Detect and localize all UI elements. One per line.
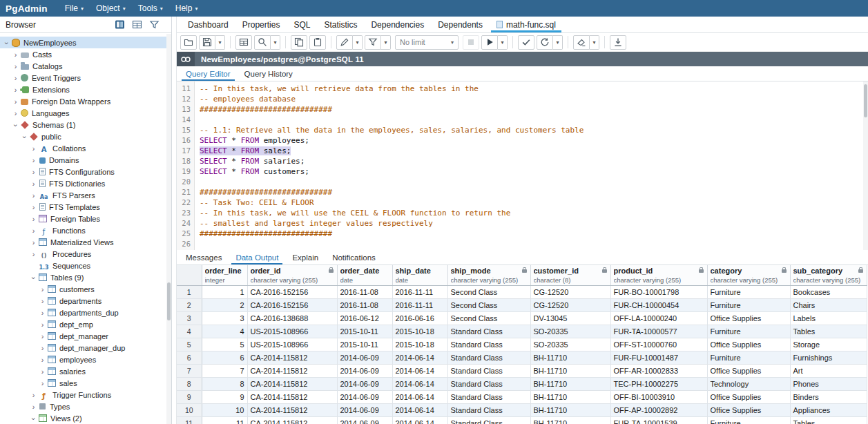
connection-status-icon[interactable] [177,52,195,66]
save-dropdown-button[interactable]: ▾ [215,35,225,50]
filter-dropdown-button[interactable]: ▾ [381,35,391,50]
chevron-right-icon[interactable]: › [30,238,37,247]
tree-item-dept-emp[interactable]: ›dept_emp [0,318,171,330]
row-number-header[interactable] [177,265,202,286]
chevron-right-icon[interactable]: › [30,250,37,258]
cell-ship_date[interactable]: 2014-06-14 [392,365,447,378]
tree-item-views-2[interactable]: ›Views (2) [0,412,171,424]
tree-item-fts-configurations[interactable]: ›FTS Configurations [0,166,171,177]
cell-customer_id[interactable]: BH-11710 [530,351,610,365]
open-file-button[interactable] [180,35,197,50]
chevron-down-icon[interactable]: › [30,415,38,423]
row-number[interactable]: 10 [177,404,202,417]
cell-customer_id[interactable]: BH-11710 [530,391,610,404]
tree-item-dept-manager[interactable]: ›dept_manager [0,330,171,342]
column-header-order_id[interactable]: order_idcharacter varying (255) [247,265,337,286]
tab-sql[interactable]: SQL [287,17,317,32]
tab-messages[interactable]: Messages [179,250,229,264]
cell-order_date[interactable]: 2014-06-09 [337,365,392,378]
download-csv-button[interactable] [610,35,626,50]
tree-item-languages[interactable]: ›Languages [0,107,171,119]
tab-dashboard[interactable]: Dashboard [181,17,235,32]
cell-category[interactable]: Furniture [707,286,790,299]
chevron-right-icon[interactable]: › [30,180,37,188]
chevron-right-icon[interactable]: › [30,215,37,223]
cell-order_date[interactable]: 2014-06-09 [337,351,392,365]
cell-category[interactable]: Furniture [707,417,790,424]
chevron-right-icon[interactable]: › [39,332,46,340]
clear-button[interactable] [573,35,590,50]
tree-item-tables-9[interactable]: ›Tables (9) [0,271,171,283]
cell-sub_category[interactable]: Tables [790,325,867,338]
chevron-right-icon[interactable]: › [30,391,37,399]
cell-product_id[interactable]: OFF-LA-10000240 [610,312,707,325]
chevron-right-icon[interactable]: › [39,356,46,364]
tab-explain[interactable]: Explain [285,250,325,264]
tree-item-departments[interactable]: ›departments [0,295,171,307]
tree-item-newemployees[interactable]: ›NewEmployees [0,37,171,48]
copy-button[interactable] [291,35,307,50]
edit-button[interactable] [336,35,353,50]
cell-order_line[interactable]: 6 [202,351,247,365]
chevron-right-icon[interactable]: › [39,309,46,317]
row-number[interactable]: 7 [177,365,202,378]
tab-query-history[interactable]: Query History [238,66,300,81]
column-header-sub_category[interactable]: sub_categorycharacter varying (255) [790,265,867,286]
cell-ship_mode[interactable]: Standard Class [447,325,530,338]
cell-customer_id[interactable]: DV-13045 [530,312,610,325]
cancel-query-button[interactable] [463,35,479,50]
tree-item-fts-templates[interactable]: ›FTS Templates [0,201,171,213]
row-number[interactable]: 9 [177,391,202,404]
tree-item-types[interactable]: ›Types [0,401,171,412]
tree-item-fts-parsers[interactable]: ›FTS Parsers [0,189,171,201]
tab-notifications[interactable]: Notifications [325,250,383,264]
cell-sub_category[interactable]: Binders [790,391,867,404]
cell-order_line[interactable]: 4 [202,325,247,338]
cell-sub_category[interactable]: Phones [790,378,867,391]
cell-product_id[interactable]: FUR-TA-10001539 [610,417,707,424]
chevron-right-icon[interactable]: › [12,109,19,117]
cell-ship_date[interactable]: 2015-10-18 [392,325,447,338]
row-number[interactable]: 2 [177,299,202,312]
cell-order_line[interactable]: 8 [202,378,247,391]
cell-order_id[interactable]: US-2015-108966 [247,338,337,351]
cell-order_line[interactable]: 7 [202,365,247,378]
tree-item-customers[interactable]: ›customers [0,283,171,295]
cell-order_line[interactable]: 11 [202,417,247,424]
cell-product_id[interactable]: FUR-CH-10000454 [610,299,707,312]
cell-sub_category[interactable]: Storage [790,338,867,351]
tree-item-departments-dup[interactable]: ›departments_dup [0,307,171,318]
filter-button[interactable] [148,19,160,30]
cell-ship_mode[interactable]: Second Class [447,286,530,299]
chevron-right-icon[interactable]: › [39,285,46,293]
clear-dropdown-button[interactable]: ▾ [590,35,599,50]
chevron-down-icon[interactable]: › [12,122,20,129]
row-number[interactable]: 3 [177,312,202,325]
cell-sub_category[interactable]: Chairs [790,299,867,312]
chevron-right-icon[interactable]: › [39,344,46,352]
tab-properties[interactable]: Properties [235,17,287,32]
grid-button[interactable] [131,19,143,30]
cell-order_line[interactable]: 2 [202,299,247,312]
cell-product_id[interactable]: OFF-AP-10002892 [610,404,707,417]
cell-order_date[interactable]: 2014-06-09 [337,417,392,424]
cell-ship_mode[interactable]: Second Class [447,312,530,325]
cell-order_date[interactable]: 2014-06-09 [337,378,392,391]
cell-order_date[interactable]: 2014-06-09 [337,404,392,417]
cell-order_line[interactable]: 5 [202,338,247,351]
cell-ship_mode[interactable]: Standard Class [447,351,530,365]
cell-category[interactable]: Office Supplies [707,404,790,417]
cell-customer_id[interactable]: BH-11710 [530,378,610,391]
menu-tools[interactable]: Tools▾ [132,0,169,17]
cell-order_id[interactable]: CA-2016-152156 [247,286,337,299]
cell-order_id[interactable]: US-2015-108966 [247,325,337,338]
tab-query-editor[interactable]: Query Editor [179,66,238,81]
cell-order_line[interactable]: 1 [202,286,247,299]
column-header-order_date[interactable]: order_datedate [337,265,392,286]
tab-math-func-sql[interactable]: math-func.sql [490,17,563,32]
tree-scrollbar-thumb[interactable] [167,282,171,320]
cell-customer_id[interactable]: CG-12520 [530,299,610,312]
cell-ship_mode[interactable]: Standard Class [447,391,530,404]
tab-statistics[interactable]: Statistics [317,17,364,32]
cell-ship_date[interactable]: 2014-06-14 [392,391,447,404]
